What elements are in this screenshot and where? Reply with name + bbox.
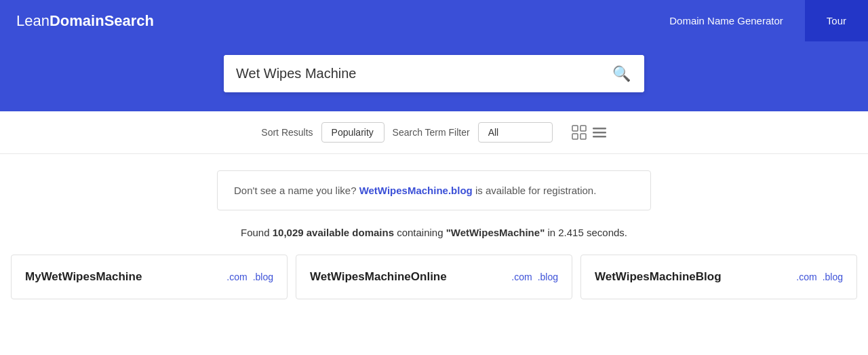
svg-rect-4 [593, 128, 606, 130]
card-name-0: MyWetWipesMachine [25, 270, 142, 284]
tld-blog-1[interactable]: .blog [538, 272, 558, 282]
info-suffix: is available for registration. [475, 185, 596, 196]
nav-tour[interactable]: Tour [805, 0, 868, 41]
results-query: "WetWipesMachine" [446, 227, 545, 238]
card-tlds-0: .com .blog [226, 272, 273, 282]
card-bold-1: Online [411, 270, 447, 283]
tld-blog-0[interactable]: .blog [253, 272, 273, 282]
svg-rect-6 [593, 136, 606, 138]
svg-rect-2 [572, 134, 578, 139]
tld-com-2[interactable]: .com [796, 272, 816, 282]
search-box: 🔍 [224, 55, 644, 92]
filter-label: Search Term Filter [393, 127, 470, 138]
svg-rect-5 [593, 132, 606, 134]
svg-rect-0 [572, 126, 578, 131]
card-domain-1: WetWipesMachine [310, 270, 411, 283]
search-button[interactable]: 🔍 [599, 55, 644, 92]
tld-com-0[interactable]: .com [226, 272, 247, 282]
results-prefix: Found [241, 227, 270, 238]
results-count: Found 10,029 available domains containin… [0, 227, 868, 238]
nav-domain-generator[interactable]: Domain Name Generator [648, 0, 805, 41]
tld-com-1[interactable]: .com [511, 272, 532, 282]
sort-select[interactable]: Popularity [321, 122, 384, 143]
results-middle: available domains [307, 227, 394, 238]
card-name-2: WetWipesMachineBlog [595, 270, 722, 284]
results-count-number: 10,029 [273, 227, 304, 238]
info-box: Don't see a name you like? WetWipesMachi… [217, 170, 651, 210]
header-nav: Domain Name Generator Tour [648, 0, 868, 41]
controls-bar: Sort Results Popularity Search Term Filt… [0, 111, 868, 154]
svg-rect-3 [580, 134, 586, 139]
results-suffix: in 2.415 seconds. [547, 227, 627, 238]
svg-rect-1 [580, 126, 586, 131]
card-bold-2: Blog [696, 270, 722, 283]
info-text: Don't see a name you like? WetWipesMachi… [234, 185, 634, 196]
info-static: Don't see a name you like? [234, 185, 356, 196]
card-domain-2: WetWipesMachine [595, 270, 696, 283]
card-prefix-0: My [25, 270, 41, 283]
domain-card-0[interactable]: MyWetWipesMachine .com .blog [11, 255, 288, 299]
list-view-icon[interactable] [592, 125, 607, 140]
view-icons [572, 125, 607, 140]
domain-card-2[interactable]: WetWipesMachineBlog .com .blog [580, 255, 857, 299]
card-domain-0: WetWipesMachine [41, 270, 142, 283]
info-link[interactable]: WetWipesMachine.blog [359, 185, 473, 196]
card-tlds-1: .com .blog [511, 272, 558, 282]
logo-light: Lean [16, 12, 50, 29]
logo[interactable]: LeanDomainSearch [16, 12, 154, 30]
header: LeanDomainSearch Domain Name Generator T… [0, 0, 868, 41]
sort-label: Sort Results [261, 127, 313, 138]
filter-select[interactable]: All [478, 122, 553, 143]
search-area: 🔍 [0, 41, 868, 111]
card-tlds-2: .com .blog [796, 272, 843, 282]
search-icon: 🔍 [612, 65, 631, 83]
logo-bold: DomainSearch [50, 12, 154, 29]
tld-blog-2[interactable]: .blog [823, 272, 843, 282]
cards-container: MyWetWipesMachine .com .blog WetWipesMac… [0, 255, 868, 299]
domain-card-1[interactable]: WetWipesMachineOnline .com .blog [296, 255, 572, 299]
card-name-1: WetWipesMachineOnline [310, 270, 447, 284]
search-input[interactable] [224, 55, 599, 92]
results-containing: containing [397, 227, 443, 238]
grid-view-icon[interactable] [572, 125, 587, 140]
